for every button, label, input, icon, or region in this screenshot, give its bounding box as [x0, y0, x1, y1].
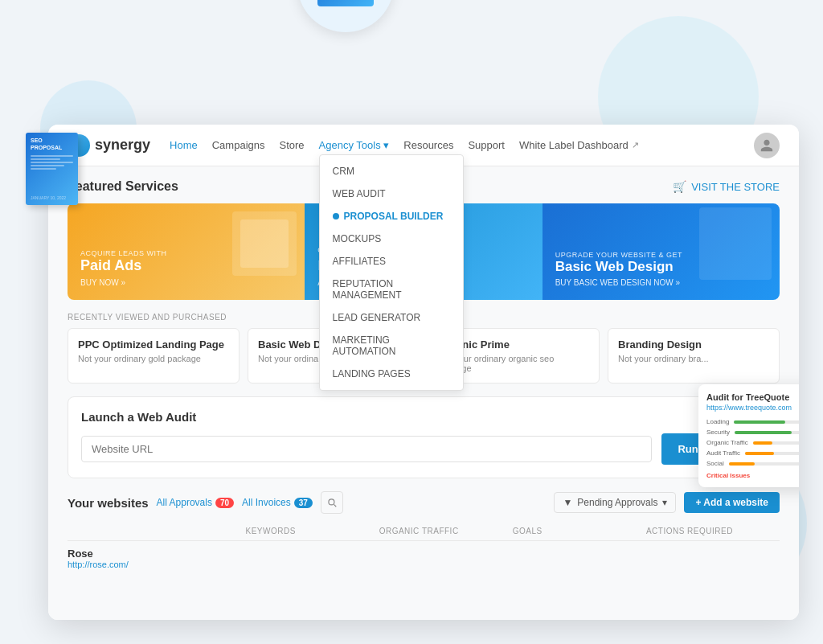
banner-paid-ads[interactable]: ACQUIRE LEADS WITH Paid Ads BUY NOW » [68, 203, 305, 300]
browser-window: synergy Home Campaigns Store Agency Tool… [48, 125, 799, 620]
site-info: Rose http://rose.com/ [68, 548, 246, 569]
metric-loading: Loading [706, 418, 799, 425]
metric-social: Social [706, 460, 799, 467]
nav-resources[interactable]: Resources [403, 136, 453, 154]
col-organic: ORGANIC TRAFFIC [379, 527, 513, 535]
metric-social-label: Social [706, 460, 724, 467]
product-branding-desc: Not your ordinary bra... [618, 354, 769, 363]
nav-support[interactable]: Support [468, 136, 505, 154]
filter-chevron: ▾ [662, 497, 667, 508]
treequote-popup: Audit for TreeQuote https://www.treequot… [698, 384, 799, 487]
metric-organic: Organic Traffic [706, 439, 799, 446]
external-link-icon: ↗ [632, 140, 639, 150]
visit-store-label: VISIT THE STORE [691, 181, 780, 193]
nav-links: Home Campaigns Store Agency Tools ▾ CRM … [170, 136, 754, 154]
add-website-button[interactable]: + Add a website [684, 492, 780, 513]
dropdown-crm[interactable]: CRM [320, 160, 463, 183]
dropdown-marketing-auto[interactable]: MARKETING AUTOMATION [320, 329, 463, 363]
audit-header: Launch a Web Audit View all Audits [81, 410, 766, 424]
paid-ads-cta: BUY NOW » [80, 278, 292, 287]
nav-agency-tools-wrapper: Agency Tools ▾ CRM WEB AUDIT PROPOSAL BU… [319, 136, 390, 154]
nav-white-label-text: White Label Dashboard [519, 139, 629, 151]
product-branding-name: Branding Design [618, 338, 769, 351]
nav-store[interactable]: Store [280, 136, 305, 154]
site-url: http://rose.com/ [68, 560, 246, 569]
cart-icon: 🛒 [673, 180, 686, 193]
product-card-branding[interactable]: Branding Design Not your ordinary bra... [608, 328, 780, 384]
invoices-count: 37 [294, 498, 313, 508]
agency-tools-dropdown: CRM WEB AUDIT PROPOSAL BUILDER MOCKUPS A… [319, 154, 464, 391]
treequote-url: https://www.treequote.com [706, 404, 799, 412]
website-url-input[interactable] [81, 436, 652, 462]
checklist-circle: SEO Contract Checklist [297, 0, 394, 32]
websites-section: Your websites All Approvals 70 All Invoi… [68, 491, 780, 576]
nav-white-label[interactable]: White Label Dashboard ↗ [519, 139, 639, 151]
treequote-title: Audit for TreeQuote [706, 392, 799, 402]
websites-title: Your websites [68, 496, 149, 510]
dropdown-web-audit[interactable]: WEB AUDIT [320, 183, 463, 205]
all-invoices-filter[interactable]: All Invoices 37 [242, 497, 313, 508]
product-ppc-name: PPC Optimized Landing Page [78, 338, 229, 351]
site-name: Rose [68, 548, 246, 560]
all-approvals-label: All Approvals [157, 497, 212, 508]
book-label-seo: SEO [31, 137, 73, 143]
banner-web-design[interactable]: UPGRADE YOUR WEBSITE & GET Basic Web Des… [543, 203, 780, 300]
table-header: KEYWORDS ORGANIC TRAFFIC GOALS ACTIONS R… [68, 522, 780, 541]
col-goals: GOALS [513, 527, 646, 535]
book-label-proposal: PROPOSAL [31, 145, 73, 150]
all-invoices-label: All Invoices [242, 497, 291, 508]
col-actions: ACTIONS REQUIRED [646, 527, 780, 535]
visit-store-btn[interactable]: 🛒 VISIT THE STORE [673, 180, 780, 193]
dropdown-landing[interactable]: LANDING PAGES [320, 363, 463, 385]
approvals-count: 70 [215, 498, 234, 508]
seo-book-popup: SEO PROPOSAL JANUARY 10, 2022 [26, 133, 78, 205]
col-keywords: KEYWORDS [246, 527, 379, 535]
user-avatar[interactable] [754, 133, 780, 158]
logo-text: synergy [95, 137, 150, 154]
filter-label: Pending Approvals [577, 497, 657, 508]
featured-services-title: Featured Services [68, 179, 178, 194]
search-button[interactable] [321, 491, 343, 514]
metric-organic-label: Organic Traffic [706, 439, 748, 446]
metric-audit-label: Audit Traffic [706, 449, 740, 457]
audit-title: Launch a Web Audit [81, 410, 196, 424]
pending-approvals-filter[interactable]: ▼ Pending Approvals ▾ [554, 492, 676, 513]
product-card-ppc[interactable]: PPC Optimized Landing Page Not your ordi… [68, 328, 240, 384]
all-approvals-filter[interactable]: All Approvals 70 [157, 497, 235, 508]
table-row[interactable]: Rose http://rose.com/ [68, 541, 780, 576]
dropdown-lead-gen[interactable]: LEAD GENERATOR [320, 306, 463, 329]
nav-agency-tools[interactable]: Agency Tools ▾ [319, 136, 390, 154]
logo[interactable]: synergy [68, 134, 150, 157]
filter-icon: ▼ [563, 497, 572, 508]
dropdown-proposal-builder[interactable]: PROPOSAL BUILDER [320, 205, 463, 228]
navbar: synergy Home Campaigns Store Agency Tool… [48, 125, 799, 166]
col-site [68, 527, 246, 535]
metric-loading-label: Loading [706, 418, 729, 425]
metric-security-label: Security [706, 429, 730, 436]
nav-home[interactable]: Home [170, 136, 198, 154]
critical-issues-label: Critical Issues [706, 472, 799, 479]
websites-header: Your websites All Approvals 70 All Invoi… [68, 491, 780, 514]
metric-audit: Audit Traffic [706, 449, 799, 457]
nav-campaigns[interactable]: Campaigns [212, 136, 265, 154]
audit-section: Launch a Web Audit View all Audits Run A… [68, 396, 780, 478]
metric-security: Security [706, 429, 799, 436]
dropdown-reputation[interactable]: REPUTATION MANAGEMENT [320, 273, 463, 306]
dropdown-affiliates[interactable]: AFFILIATES [320, 250, 463, 273]
dropdown-mockups[interactable]: MOCKUPS [320, 228, 463, 250]
audit-input-row: Run Audit 🚀 [81, 433, 766, 465]
product-ppc-desc: Not your ordinary gold package [78, 354, 229, 363]
